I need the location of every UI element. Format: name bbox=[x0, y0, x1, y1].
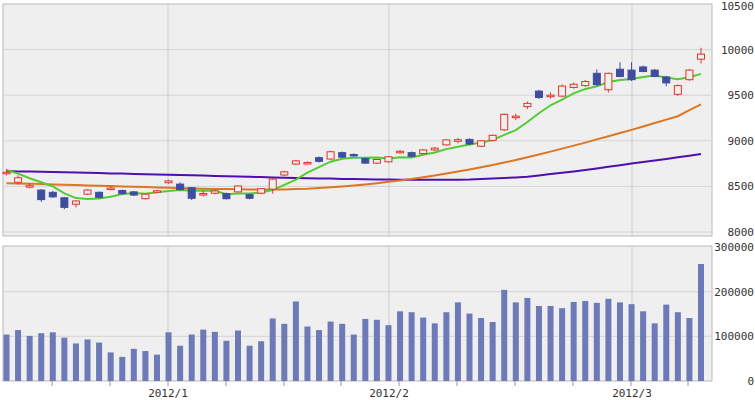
candle-body bbox=[547, 95, 554, 97]
price-axis-label: 10000 bbox=[721, 44, 754, 57]
candle-body bbox=[512, 116, 519, 118]
candle-body bbox=[582, 82, 589, 86]
candle-body bbox=[84, 190, 91, 194]
candle-body bbox=[107, 188, 114, 190]
volume-axis-label: 200000 bbox=[714, 286, 754, 299]
volume-bar bbox=[443, 312, 449, 381]
price-axis-label: 8500 bbox=[728, 180, 755, 193]
volume-bar bbox=[559, 308, 565, 381]
volume-bar bbox=[524, 298, 530, 381]
candle-body bbox=[605, 73, 612, 89]
volume-bar bbox=[96, 343, 102, 381]
candle-body bbox=[478, 141, 485, 146]
volume-bar bbox=[536, 306, 542, 381]
candle-body bbox=[640, 67, 647, 72]
candle-body bbox=[339, 153, 346, 158]
volume-axis-label: 300000 bbox=[714, 241, 754, 254]
volume-bar bbox=[166, 332, 172, 381]
candle-body bbox=[570, 84, 577, 87]
volume-bar bbox=[235, 331, 241, 381]
price-axis-label: 10500 bbox=[721, 0, 754, 13]
volume-bar bbox=[200, 330, 206, 381]
volume-bar bbox=[38, 333, 44, 381]
volume-bar bbox=[385, 325, 391, 381]
volume-bar bbox=[293, 301, 299, 381]
candle-body bbox=[26, 186, 33, 188]
month-label: 2012/2 bbox=[369, 387, 409, 400]
candle-body bbox=[15, 178, 22, 183]
volume-bar bbox=[177, 346, 183, 381]
candle-body bbox=[385, 157, 392, 162]
volume-bar bbox=[686, 318, 692, 381]
volume-bar bbox=[571, 302, 577, 381]
volume-bar bbox=[362, 319, 368, 381]
candle-body bbox=[524, 103, 531, 106]
volume-bar bbox=[652, 323, 658, 381]
candle-body bbox=[49, 192, 56, 197]
volume-bar bbox=[490, 322, 496, 381]
volume-bar bbox=[629, 304, 635, 381]
volume-bar bbox=[455, 302, 461, 381]
price-panel-background bbox=[3, 4, 712, 236]
candle-body bbox=[327, 152, 334, 159]
volume-bar bbox=[131, 349, 137, 381]
volume-bar bbox=[478, 318, 484, 381]
candle-body bbox=[362, 159, 369, 164]
volume-axis-label: 100000 bbox=[714, 330, 754, 343]
candle-body bbox=[38, 190, 45, 200]
volume-bar bbox=[594, 303, 600, 381]
candle-body bbox=[559, 86, 566, 96]
volume-bar bbox=[409, 312, 415, 381]
volume-bar bbox=[281, 324, 287, 381]
candle-body bbox=[454, 140, 461, 142]
volume-bar bbox=[258, 341, 264, 381]
candle-body bbox=[304, 163, 311, 165]
candle-body bbox=[269, 179, 276, 189]
candle-body bbox=[408, 153, 415, 157]
volume-bar bbox=[548, 306, 554, 381]
candle-body bbox=[96, 192, 103, 197]
candle-body bbox=[200, 194, 207, 196]
volume-bar bbox=[4, 335, 10, 381]
volume-bar bbox=[304, 327, 310, 381]
volume-bar bbox=[142, 351, 148, 381]
volume-bar bbox=[270, 318, 276, 381]
candle-body bbox=[246, 195, 253, 199]
volume-bar bbox=[27, 336, 33, 381]
candle-body bbox=[651, 70, 658, 76]
candle-body bbox=[177, 184, 184, 189]
candle-body bbox=[443, 140, 450, 145]
candle-body bbox=[72, 201, 79, 204]
candle-body bbox=[258, 189, 265, 194]
volume-bar bbox=[108, 352, 114, 381]
candle-body bbox=[501, 114, 508, 130]
volume-bar bbox=[432, 323, 438, 381]
candle-body bbox=[292, 161, 299, 164]
candle-body bbox=[61, 198, 68, 208]
volume-bar bbox=[663, 305, 669, 381]
volume-bar bbox=[351, 335, 357, 381]
month-label: 2012/1 bbox=[148, 387, 188, 400]
candle-body bbox=[466, 139, 473, 144]
volume-bar bbox=[85, 339, 91, 381]
volume-bar bbox=[61, 338, 67, 381]
volume-bar bbox=[467, 314, 473, 381]
volume-bar bbox=[316, 330, 322, 381]
candle-body bbox=[235, 186, 242, 192]
candle-body bbox=[373, 159, 380, 163]
candle-body bbox=[431, 148, 438, 150]
volume-bar bbox=[50, 332, 56, 381]
candle-body bbox=[593, 73, 600, 84]
price-axis-label: 8000 bbox=[728, 226, 755, 239]
candle-body bbox=[686, 70, 693, 80]
volume-bar bbox=[328, 322, 334, 381]
volume-bar bbox=[119, 357, 125, 381]
candle-body bbox=[316, 158, 323, 162]
candle-body bbox=[663, 77, 670, 83]
volume-bar bbox=[73, 343, 79, 381]
volume-bar bbox=[212, 332, 218, 381]
candle-body bbox=[616, 69, 623, 76]
volume-bar bbox=[698, 264, 704, 381]
price-axis-label: 9500 bbox=[728, 89, 755, 102]
price-axis-label: 9000 bbox=[728, 135, 755, 148]
